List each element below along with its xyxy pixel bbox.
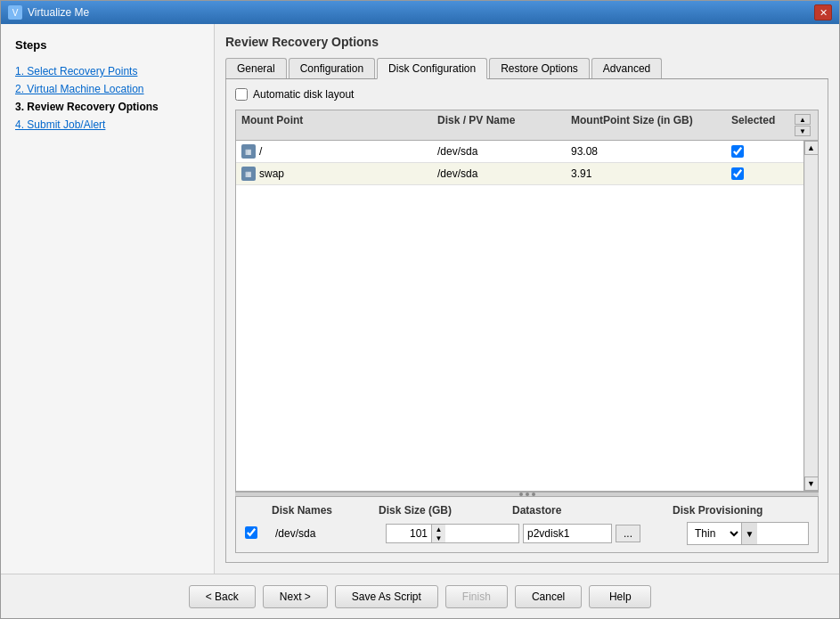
title-bar-left: V Virtualize Me <box>8 5 89 20</box>
main-content: Steps 1. Select Recovery Points 2. Virtu… <box>1 24 839 574</box>
browse-button[interactable]: ... <box>616 525 640 542</box>
provisioning-dropdown-arrow[interactable]: ▼ <box>741 523 757 544</box>
right-panel: Review Recovery Options General Configur… <box>215 24 839 574</box>
tab-general[interactable]: General <box>225 58 287 78</box>
splitter-dot <box>526 493 529 496</box>
cell-mount-point-1: ▦ / <box>241 144 437 159</box>
sidebar-item-step2[interactable]: 2. Virtual Machine Location <box>15 80 200 98</box>
header-mount-point: Mount Point <box>241 114 437 136</box>
table-scroll-arrows[interactable]: ▲ ▼ <box>795 114 812 136</box>
bottom-row-provisioning-cell: Thin Thick Eager Zeroed Thick ▼ <box>687 522 809 545</box>
spinbox-up[interactable]: ▲ <box>431 525 445 533</box>
scroll-up-arrow[interactable]: ▲ <box>795 114 811 125</box>
auto-layout-row: Automatic disk layout <box>235 88 819 101</box>
tab-disk-configuration[interactable]: Disk Configuration <box>377 58 487 79</box>
disk-table-container: Mount Point Disk / PV Name MountPoint Si… <box>235 110 819 492</box>
table-scrollbar[interactable]: ▲ ▼ <box>803 141 818 491</box>
splitter-handle <box>519 493 535 496</box>
tabs-bar: General Configuration Disk Configuration… <box>225 58 828 79</box>
finish-button: Finish <box>445 585 508 608</box>
sidebar: Steps 1. Select Recovery Points 2. Virtu… <box>1 24 215 574</box>
bottom-header-disk-size: Disk Size (GB) <box>379 504 512 517</box>
main-window: V Virtualize Me ✕ Steps 1. Select Recove… <box>0 0 840 619</box>
bottom-row-disk-name: /dev/sda <box>275 527 382 540</box>
selected-checkbox-1[interactable] <box>731 145 744 158</box>
header-disk-pv: Disk / PV Name <box>437 114 571 136</box>
mount-point-value-1: / <box>259 145 262 158</box>
bottom-row-checkbox[interactable] <box>245 526 257 539</box>
bottom-header-datastore: Datastore <box>512 504 673 517</box>
cell-selected-2 <box>731 167 780 180</box>
table-header: Mount Point Disk / PV Name MountPoint Si… <box>236 110 818 141</box>
cell-disk-name-1: /dev/sda <box>437 145 571 158</box>
next-button[interactable]: Next > <box>263 585 328 608</box>
tab-content-disk-configuration: Automatic disk layout Mount Point Disk /… <box>225 79 828 563</box>
title-bar: V Virtualize Me ✕ <box>1 1 839 24</box>
bottom-table-header: Disk Names Disk Size (GB) Datastore Disk… <box>245 504 809 517</box>
bottom-header-disk-names: Disk Names <box>272 504 379 517</box>
cell-disk-name-2: /dev/sda <box>437 167 571 180</box>
tab-advanced[interactable]: Advanced <box>591 58 662 78</box>
provisioning-select[interactable]: Thin Thick Eager Zeroed Thick <box>688 525 741 542</box>
header-size: MountPoint Size (in GB) <box>571 114 731 136</box>
bottom-header-provisioning: Disk Provisioning <box>673 504 809 517</box>
table-wrapper: ▦ / /dev/sda 93.08 <box>236 141 818 491</box>
title-bar-controls: ✕ <box>814 4 832 20</box>
footer: < Back Next > Save As Script Finish Canc… <box>1 574 839 618</box>
table-row[interactable]: ▦ swap /dev/sda 3.91 <box>236 163 803 185</box>
disk-size-input[interactable] <box>387 525 431 542</box>
datastore-field-row: ... <box>523 524 683 543</box>
bottom-disk-section: Disk Names Disk Size (GB) Datastore Disk… <box>235 497 819 553</box>
sidebar-title: Steps <box>15 38 200 52</box>
panel-title: Review Recovery Options <box>225 35 828 49</box>
header-scroll-controls: ▲ ▼ <box>795 114 812 136</box>
save-as-script-button[interactable]: Save As Script <box>335 585 438 608</box>
disk-size-spinbox[interactable]: ▲ ▼ <box>386 524 519 543</box>
provisioning-dropdown[interactable]: Thin Thick Eager Zeroed Thick ▼ <box>687 522 809 545</box>
table-body: ▦ / /dev/sda 93.08 <box>236 141 803 491</box>
splitter-dot <box>532 493 535 496</box>
sidebar-item-step4[interactable]: 4. Submit Job/Alert <box>15 116 200 134</box>
selected-checkbox-2[interactable] <box>731 167 744 180</box>
mount-point-value-2: swap <box>259 167 284 180</box>
scrollbar-track[interactable] <box>805 155 818 476</box>
auto-layout-label: Automatic disk layout <box>253 88 354 101</box>
bottom-row-checkbox-cell <box>245 526 272 542</box>
spinbox-buttons: ▲ ▼ <box>431 525 445 542</box>
window-title: Virtualize Me <box>28 6 89 19</box>
disk-icon-2: ▦ <box>241 167 256 181</box>
help-button[interactable]: Help <box>589 585 651 608</box>
bottom-row-datastore-cell: ... <box>523 524 683 543</box>
cell-mount-point-2: ▦ swap <box>241 167 437 181</box>
scrollbar-down[interactable]: ▼ <box>804 476 819 491</box>
tab-configuration[interactable]: Configuration <box>289 58 375 78</box>
auto-layout-checkbox[interactable] <box>235 88 248 101</box>
cell-size-1: 93.08 <box>571 145 731 158</box>
close-button[interactable]: ✕ <box>814 4 832 20</box>
sidebar-item-step1[interactable]: 1. Select Recovery Points <box>15 62 200 80</box>
window-body: Steps 1. Select Recovery Points 2. Virtu… <box>1 24 839 618</box>
spinbox-down[interactable]: ▼ <box>431 533 445 542</box>
bottom-table-row: /dev/sda ▲ ▼ <box>245 522 809 545</box>
header-selected: Selected <box>731 114 795 136</box>
bottom-row-size-cell: ▲ ▼ <box>386 524 519 543</box>
splitter-dot <box>519 493 523 496</box>
cancel-button[interactable]: Cancel <box>515 585 582 608</box>
sidebar-item-step3: 3. Review Recovery Options <box>15 98 200 116</box>
disk-icon-1: ▦ <box>241 144 256 159</box>
cell-selected-1 <box>731 145 780 158</box>
bottom-header-chk <box>245 504 272 517</box>
datastore-input[interactable] <box>523 524 612 543</box>
back-button[interactable]: < Back <box>189 585 256 608</box>
scrollbar-up[interactable]: ▲ <box>804 141 819 155</box>
app-icon: V <box>8 5 22 20</box>
tab-restore-options[interactable]: Restore Options <box>489 58 590 78</box>
scroll-down-arrow[interactable]: ▼ <box>795 126 811 136</box>
cell-size-2: 3.91 <box>571 167 731 180</box>
table-row[interactable]: ▦ / /dev/sda 93.08 <box>236 141 803 163</box>
